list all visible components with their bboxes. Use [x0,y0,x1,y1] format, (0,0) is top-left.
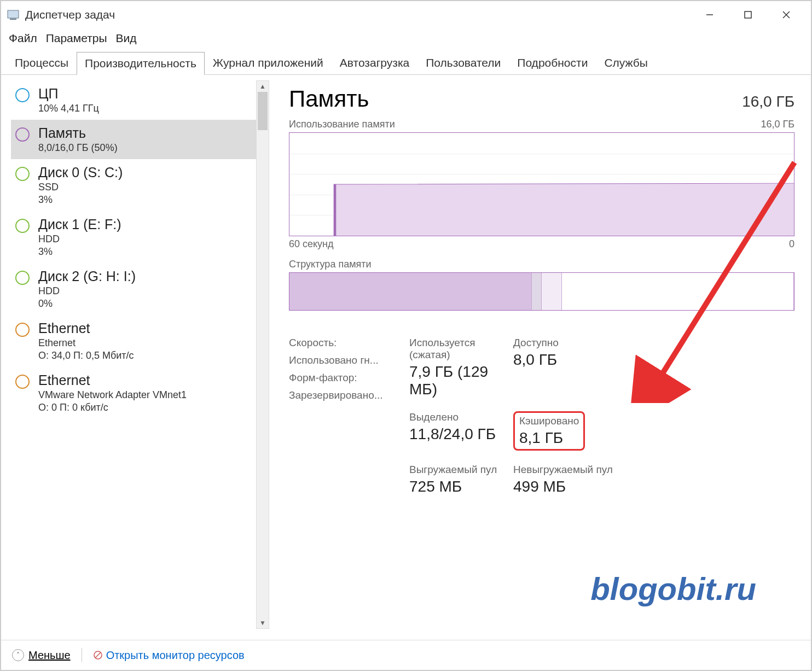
sidebar-item-ethernet0[interactable]: Ethernet Ethernet О: 34,0 П: 0,5 Мбит/с [11,315,269,367]
sidebar-title: Память [38,125,118,141]
sidebar-sub2: О: 34,0 П: 0,5 Мбит/с [38,350,134,361]
sidebar-title: ЦП [38,86,99,102]
xaxis-right: 0 [789,238,794,250]
svg-marker-6 [335,183,794,236]
sidebar-sub2: 3% [38,246,121,258]
disk-icon [15,219,30,233]
content: ЦП 10% 4,41 ГГц Память 8,0/16,0 ГБ (50%)… [1,75,811,634]
sidebar-title: Ethernet [38,372,187,388]
sidebar-item-ethernet1[interactable]: Ethernet VMware Network Adapter VMnet1 О… [11,367,269,419]
sidebar-sub2: 3% [38,194,123,206]
footer: ˄ Меньше Открыть монитор ресурсов [1,640,811,670]
tab-apphistory[interactable]: Журнал приложений [205,51,332,74]
chevron-up-icon: ˄ [12,649,24,661]
sidebar-sub: HDD [38,285,136,297]
sidebar-sub: 10% 4,41 ГГц [38,103,99,114]
tab-users[interactable]: Пользователи [417,51,509,74]
window-title: Диспетчер задач [25,8,701,21]
scroll-thumb[interactable] [258,92,268,130]
cached-highlight: Кэшировано 8,1 ГБ [513,411,585,451]
sidebar-item-disk2[interactable]: Диск 2 (G: H: I:) HDD 0% [11,263,269,315]
xaxis-left: 60 секунд [289,238,334,250]
svg-rect-1 [10,19,16,20]
sidebar-sub: HDD [38,234,121,245]
sidebar-item-cpu[interactable]: ЦП 10% 4,41 ГГц [11,80,269,120]
disk-icon [15,271,30,285]
sidebar: ЦП 10% 4,41 ГГц Память 8,0/16,0 ГБ (50%)… [1,75,269,634]
sidebar-title: Диск 1 (E: F:) [38,217,121,232]
sidebar-title: Диск 2 (G: H: I:) [38,269,136,284]
composition-modified [532,273,542,310]
tabs: Процессы Производительность Журнал прило… [1,51,811,75]
memory-composition-bar [289,272,794,311]
svg-line-9 [95,652,101,658]
network-icon [15,375,30,389]
stat-available: Доступно 8,0 ГБ [513,337,623,398]
menu-options[interactable]: Параметры [44,31,109,46]
stat-committed: Выделено 11,8/24,0 ГБ [409,411,508,451]
sidebar-item-disk1[interactable]: Диск 1 (E: F:) HDD 3% [11,211,269,263]
sidebar-item-disk0[interactable]: Диск 0 (S: C:) SSD 3% [11,159,269,211]
svg-rect-3 [745,11,751,18]
network-icon [15,323,30,337]
memory-usage-chart [289,132,794,236]
composition-standby [542,273,562,310]
resmon-icon [93,650,103,660]
menu-view[interactable]: Вид [114,31,139,46]
sidebar-sub: VMware Network Adapter VMnet1 [38,389,187,401]
stat-nonpaged: Невыгружаемый пул 499 МБ [513,464,623,495]
composition-used [289,273,532,310]
open-resource-monitor-link[interactable]: Открыть монитор ресурсов [93,649,245,662]
memory-stats: Используется (сжатая) 7,9 ГБ (129 МБ) До… [289,337,794,495]
cpu-icon [15,88,30,102]
svg-rect-0 [8,10,19,18]
task-manager-window: Диспетчер задач Файл Параметры Вид Проце… [0,0,812,671]
tab-processes[interactable]: Процессы [7,51,77,74]
chart-ymax: 16,0 ГБ [761,119,794,130]
sidebar-scrollbar[interactable]: ▲ ▼ [256,80,269,629]
disk-icon [15,167,30,181]
composition-free [562,273,794,310]
sidebar-title: Ethernet [38,320,134,336]
sidebar-sub2: 0% [38,298,136,310]
tab-startup[interactable]: Автозагрузка [332,51,417,74]
scroll-down-icon[interactable]: ▼ [257,617,269,628]
stat-cached: Кэшировано 8,1 ГБ [513,411,623,451]
maximize-button[interactable] [740,7,756,23]
minimize-button[interactable] [701,7,718,23]
separator [82,648,82,662]
fewer-details-button[interactable]: ˄ Меньше [12,649,71,662]
close-button[interactable] [778,7,794,23]
composition-title: Структура памяти [289,259,794,270]
app-icon [7,8,20,21]
sidebar-sub: Ethernet [38,337,134,349]
stat-paged: Выгружаемый пул 725 МБ [409,464,508,495]
memory-capacity: 16,0 ГБ [742,93,794,110]
memory-icon [15,127,30,142]
sidebar-sub2: О: 0 П: 0 кбит/с [38,402,187,413]
stat-in-use: Используется (сжатая) 7,9 ГБ (129 МБ) [409,337,508,398]
tab-services[interactable]: Службы [596,51,656,74]
sidebar-title: Диск 0 (S: C:) [38,165,123,180]
sidebar-sub: SSD [38,182,123,193]
watermark: blogobit.ru [590,570,756,607]
menubar: Файл Параметры Вид [1,28,811,51]
menu-file[interactable]: Файл [7,31,39,46]
scroll-up-icon[interactable]: ▲ [257,81,269,92]
chart-title: Использование памяти [289,119,395,130]
sidebar-sub: 8,0/16,0 ГБ (50%) [38,142,118,154]
tab-details[interactable]: Подробности [509,51,596,74]
page-title: Память [289,86,369,112]
stat-side-1: Скорость: Использовано гн... Форм-фактор… [289,337,404,495]
tab-performance[interactable]: Производительность [77,52,205,75]
sidebar-item-memory[interactable]: Память 8,0/16,0 ГБ (50%) [11,120,269,159]
titlebar: Диспетчер задач [1,1,811,28]
main-panel: Память 16,0 ГБ Использование памяти 16,0… [269,75,811,634]
